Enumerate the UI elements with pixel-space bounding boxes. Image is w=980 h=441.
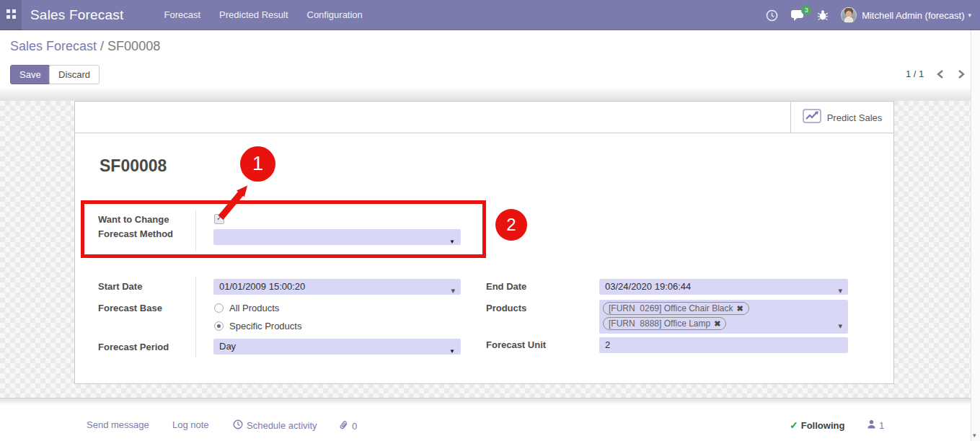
breadcrumb-parent-link[interactable]: Sales Forecast bbox=[10, 39, 97, 53]
product-tag[interactable]: [FURN 0269] Office Chair Black ✖ bbox=[603, 302, 749, 315]
user-name: Mitchell Admin (forecast) bbox=[862, 10, 964, 21]
tag-remove-icon[interactable]: ✖ bbox=[737, 304, 743, 313]
activities-clock-icon[interactable] bbox=[766, 9, 778, 22]
tag-remove-icon[interactable]: ✖ bbox=[714, 319, 720, 329]
statusbar: Predict Sales bbox=[75, 102, 893, 133]
forecast-base-label: Forecast Base bbox=[98, 303, 162, 313]
schedule-activity-link[interactable]: Schedule activity bbox=[233, 419, 317, 432]
pager-previous-icon[interactable] bbox=[937, 69, 945, 82]
end-date-input[interactable]: 03/24/2020 19:06:44 ▾ bbox=[599, 279, 848, 295]
page: Sales Forecast Forecast Predicted Result… bbox=[0, 0, 980, 441]
product-tag[interactable]: [FURN 8888] Office Lamp ✖ bbox=[603, 317, 726, 330]
person-icon bbox=[867, 419, 876, 431]
radio-specific-products[interactable] bbox=[214, 321, 224, 331]
datepicker-caret-icon: ▾ bbox=[838, 282, 842, 298]
forecast-period-select[interactable]: Day ▼ bbox=[213, 339, 461, 355]
predict-sales-label: Predict Sales bbox=[827, 112, 883, 123]
end-date-label: End Date bbox=[486, 281, 526, 292]
breadcrumb-current: SF00008 bbox=[107, 39, 160, 53]
clock-icon bbox=[233, 419, 243, 432]
chart-line-icon bbox=[803, 109, 821, 126]
products-multiselect[interactable]: [FURN 0269] Office Chair Black ✖ [FURN 8… bbox=[599, 300, 848, 334]
navbar-systray: 3 Mitchell Admin (forecast) ▾ bbox=[766, 0, 971, 30]
forecast-unit-value: 2 bbox=[605, 339, 610, 350]
messages-count-badge: 3 bbox=[801, 5, 811, 15]
attachment-count: 0 bbox=[352, 421, 357, 432]
breadcrumb-separator: / bbox=[100, 39, 104, 53]
annotation-step-2-badge: 2 bbox=[495, 209, 527, 241]
products-label: Products bbox=[486, 303, 526, 313]
start-date-label: Start Date bbox=[98, 281, 142, 292]
scrollbar-down-icon[interactable]: ▾ bbox=[973, 432, 976, 439]
radio-specific-products-label[interactable]: Specific Products bbox=[229, 321, 301, 331]
apps-grid-icon bbox=[6, 9, 16, 22]
apps-menu-button[interactable] bbox=[0, 0, 22, 30]
forecast-period-label: Forecast Period bbox=[98, 342, 169, 352]
discard-button[interactable]: Discard bbox=[49, 65, 100, 84]
radio-all-products-label[interactable]: All Products bbox=[229, 303, 279, 313]
messages-bubble-icon[interactable]: 3 bbox=[790, 9, 805, 22]
app-title[interactable]: Sales Forecast bbox=[30, 7, 124, 23]
label-column-divider bbox=[195, 277, 196, 357]
radio-all-products[interactable] bbox=[214, 303, 224, 313]
menu-configuration[interactable]: Configuration bbox=[307, 0, 363, 30]
save-button[interactable]: Save bbox=[10, 65, 50, 84]
dropdown-caret-icon: ▾ bbox=[838, 321, 842, 331]
scrollbar-track[interactable]: ▾ bbox=[971, 30, 980, 441]
forecast-period-value: Day bbox=[219, 341, 236, 352]
user-menu[interactable]: Mitchell Admin (forecast) ▾ bbox=[841, 7, 971, 23]
following-label: Following bbox=[801, 420, 845, 431]
attachments-button[interactable]: 0 bbox=[339, 419, 357, 433]
paperclip-icon bbox=[339, 419, 349, 433]
datepicker-caret-icon: ▾ bbox=[451, 282, 455, 298]
following-button[interactable]: ✓Following bbox=[790, 419, 844, 431]
schedule-activity-label: Schedule activity bbox=[247, 420, 317, 431]
panel-shadow bbox=[0, 88, 980, 101]
debug-bug-icon[interactable] bbox=[817, 9, 829, 21]
follower-count: 1 bbox=[879, 420, 884, 431]
pager-next-icon[interactable] bbox=[957, 69, 965, 82]
predict-sales-button[interactable]: Predict Sales bbox=[790, 102, 893, 133]
navbar: Sales Forecast Forecast Predicted Result… bbox=[0, 0, 980, 30]
pager-counter: 1 / 1 bbox=[906, 68, 924, 79]
breadcrumb: Sales Forecast / SF00008 bbox=[10, 39, 160, 54]
user-avatar bbox=[841, 7, 857, 23]
menu-predicted-result[interactable]: Predicted Result bbox=[219, 0, 288, 30]
send-message-link[interactable]: Send message bbox=[87, 419, 149, 430]
product-tag-label: [FURN 0269] Office Chair Black bbox=[609, 303, 733, 313]
start-date-input[interactable]: 01/01/2009 15:00:20 ▾ bbox=[213, 279, 461, 295]
check-icon: ✓ bbox=[790, 419, 798, 431]
product-tag-label: [FURN 8888] Office Lamp bbox=[609, 318, 710, 329]
annotation-arrow bbox=[209, 169, 267, 227]
forecast-unit-label: Forecast Unit bbox=[486, 339, 546, 350]
top-menu: Forecast Predicted Result Configuration bbox=[164, 0, 363, 30]
end-date-value: 03/24/2020 19:06:44 bbox=[605, 281, 691, 292]
select-caret-icon: ▼ bbox=[449, 344, 455, 360]
followers-button[interactable]: 1 bbox=[867, 419, 884, 431]
record-name: SF00008 bbox=[100, 156, 167, 176]
chatter: Send message Log note Schedule activity … bbox=[0, 398, 980, 441]
chevron-down-icon: ▾ bbox=[968, 12, 971, 19]
menu-forecast[interactable]: Forecast bbox=[164, 0, 201, 30]
start-date-value: 01/01/2009 15:00:20 bbox=[219, 281, 305, 292]
log-note-link[interactable]: Log note bbox=[172, 419, 209, 430]
forecast-unit-input[interactable]: 2 bbox=[599, 337, 848, 353]
annotation-highlight-rect bbox=[81, 200, 486, 258]
